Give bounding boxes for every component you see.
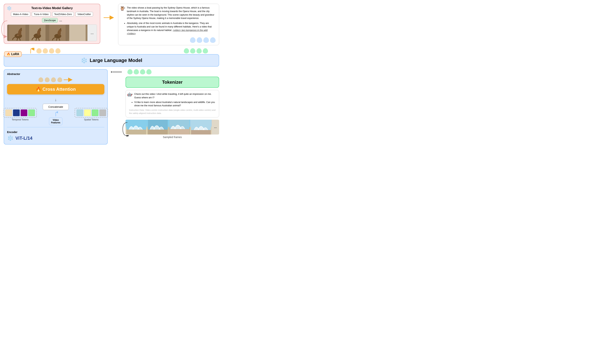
green-token-t2 [190,48,195,54]
svg-point-4 [21,28,22,30]
kangaroo-svg-3 [47,25,67,41]
spatial-token-1 [76,109,83,116]
model-dots: ... [59,18,62,22]
model-btn-text2video[interactable]: Text2Video-Zero [52,12,74,17]
video-features-label2: Features [51,121,60,124]
page-wrapper: ❄️ Text-to-Video Model Gallery Make-A-Vi… [4,4,219,145]
svg-point-7 [17,35,19,36]
video-features-box: Video Features [49,118,62,125]
right-panel: Tokenizer 🤖 Check out this video I shot … [126,69,219,139]
kangaroo-svg-1 [7,25,27,41]
green-token-r2 [134,69,139,74]
model-btn-make-a-video[interactable]: Make-A-Video [11,12,30,17]
frame-opera-3 [169,120,190,135]
orange-token-a2 [43,48,48,54]
green-tokens-row-top [184,48,208,54]
kang-frame-3 [47,25,67,41]
orange-token-ca3 [51,77,56,82]
svg-rect-33 [148,129,168,135]
kangaroo-frames: ... [7,25,97,41]
spatial-token-4 [99,109,106,116]
spatial-token-2 [84,109,91,116]
kang-frame-1 [7,25,27,41]
frames-with-arrow: ... [126,120,219,135]
svg-rect-37 [191,130,211,135]
gallery-title: Text-to-Video Model Gallery [7,6,97,10]
model-btn-videocrafter[interactable]: VideoCrafter [75,12,93,17]
cross-attention-box: 🔥 Cross Attention [7,84,104,94]
temporal-token-3 [21,109,27,116]
concat-vf-wrapper: Concatenate Video Feat [43,104,69,125]
sampled-frames-label: Sampled frames [163,136,182,139]
token-connectors-above-llm [4,48,219,54]
temporal-tokens-label: Temporal Tokens [12,118,28,121]
opera-svg-4 [190,120,212,135]
kangaroo-svg-2 [27,25,47,41]
spatial-tokens-label: Spatial Tokens [84,118,99,121]
llm-snowflake-icon: ❄️ [81,57,87,64]
top-row: ❄️ Text-to-Video Model Gallery Make-A-Vi… [4,4,219,45]
temporal-token-4 [28,109,35,116]
model-gallery-box: ❄️ Text-to-Video Model Gallery Make-A-Vi… [4,4,100,44]
blue-token-1 [190,37,196,43]
orange-right-arrow-icon [64,78,73,82]
green-token-t4 [203,48,208,54]
opera-svg-3 [169,120,190,135]
snowflake-top-left-icon: ❄️ [7,6,12,11]
tokenizer-box: Tokenizer [126,77,219,88]
green-tokens-above-tokenizer [126,69,219,74]
temporal-tokens-section: Temporal Tokens [3,108,37,121]
cross-attention-emoji: 🔥 [36,87,41,92]
orange-arrow-up-icon [26,48,35,54]
chat-item-2: Absolutely, one of the most iconic anima… [127,21,216,36]
frame-opera-2 [147,120,169,135]
frame-opera-4 [190,120,212,135]
vit-section: ❄️ ViT-L/14 [7,135,104,141]
chat-list-bottom: Check out this video I shot while travel… [128,92,216,107]
spatial-tokens-dashed [75,108,108,118]
frames-row: ... [126,120,219,135]
orange-arrow-container [104,4,115,20]
curved-arrow-icon [1,19,8,39]
green-token-r3 [140,69,145,74]
left-arrow-container [111,69,122,80]
orange-token-a1 [36,48,42,54]
lora-label: LoRA [11,53,19,56]
encoder-label: Encoder [7,131,104,134]
chat-item-1: The video shows a boat passing by the Sy… [127,6,216,20]
orange-token-a4 [55,48,61,54]
orange-token-ca2 [45,77,50,82]
opera-svg-2 [147,120,169,135]
up-arrow-vf-icon [54,111,58,116]
blue-token-4 [210,37,216,43]
orange-token-ca4 [57,77,62,82]
svg-point-19 [60,28,61,30]
chat-box-top: 🦉 The video shows a boat passing by the … [118,4,219,45]
video-features-label: Video [51,119,60,121]
model-btn-zeroscope[interactable]: ZeroScope [42,18,58,23]
model-btn-tune-a-video[interactable]: Tune-A-Video [32,12,51,17]
bottom-row: Abstractor [4,69,219,145]
spatial-tokens-section: Spatial Tokens [75,108,108,121]
arrow-down-to-concat: ↓ [7,97,104,102]
kang-frame-ellipsis: ... [87,25,97,41]
green-token-r4 [146,69,151,74]
orange-token-ca1 [38,77,43,82]
chat-list-top: The video shows a boat passing by the Sy… [121,6,216,36]
kangaroo-svg-4 [67,25,87,41]
temporal-token-1 [5,109,12,116]
frame-dots-text: ... [214,125,217,129]
green-token-r1 [127,69,133,74]
curved-arrow-frames-icon [122,121,129,136]
blue-tokens-top [121,37,216,43]
lora-badge: 🔥 LoRA [4,51,22,57]
orange-arrow-icon [104,15,115,20]
instruction-text: Instruction Data: Video-centric instruct… [128,109,216,115]
chat-box-bottom: 🤖 Check out this video I shot while trav… [126,90,219,118]
encoder-section: Encoder ❄️ ViT-L/14 [7,127,104,141]
concat-row: Temporal Tokens Concatenate [7,104,104,125]
frame-dots-item: ... [212,120,219,135]
green-token-t1 [184,48,189,54]
model-buttons: Make-A-Video Tune-A-Video Text2Video-Zer… [7,12,97,23]
kang-frame-dots [67,25,87,41]
